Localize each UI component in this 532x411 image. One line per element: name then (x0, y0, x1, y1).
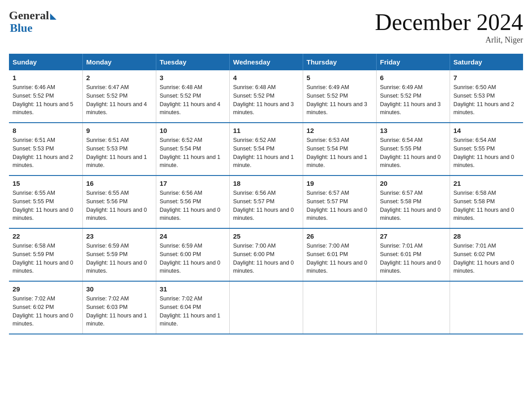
day-number: 31 (160, 285, 226, 293)
page-subtitle: Arlit, Niger (375, 35, 523, 45)
calendar-week-row: 1Sunrise: 6:46 AMSunset: 5:52 PMDaylight… (9, 70, 523, 123)
calendar-cell: 27Sunrise: 7:01 AMSunset: 6:01 PMDayligh… (376, 228, 450, 281)
calendar-cell: 23Sunrise: 6:59 AMSunset: 5:59 PMDayligh… (82, 228, 156, 281)
day-number: 8 (13, 127, 79, 134)
calendar-week-row: 22Sunrise: 6:58 AMSunset: 5:59 PMDayligh… (9, 228, 523, 281)
logo-arrow-icon (50, 13, 56, 20)
calendar-cell: 15Sunrise: 6:55 AMSunset: 5:55 PMDayligh… (9, 176, 82, 228)
day-info: Sunrise: 7:02 AMSunset: 6:04 PMDaylight:… (160, 295, 226, 328)
day-number: 22 (13, 232, 79, 240)
day-info: Sunrise: 6:58 AMSunset: 5:58 PMDaylight:… (454, 189, 520, 223)
day-info: Sunrise: 7:02 AMSunset: 6:03 PMDaylight:… (86, 295, 152, 328)
day-info: Sunrise: 6:46 AMSunset: 5:52 PMDaylight:… (13, 83, 79, 117)
col-tuesday: Tuesday (156, 54, 229, 70)
page-title: December 2024 (375, 9, 523, 35)
day-number: 28 (454, 232, 520, 240)
calendar-cell: 4Sunrise: 6:48 AMSunset: 5:52 PMDaylight… (229, 70, 303, 123)
day-info: Sunrise: 6:47 AMSunset: 5:52 PMDaylight:… (86, 83, 152, 117)
day-info: Sunrise: 6:48 AMSunset: 5:52 PMDaylight:… (160, 83, 226, 117)
calendar-cell: 3Sunrise: 6:48 AMSunset: 5:52 PMDaylight… (156, 70, 229, 123)
day-info: Sunrise: 7:02 AMSunset: 6:02 PMDaylight:… (13, 295, 79, 328)
title-block: December 2024 Arlit, Niger (375, 9, 523, 45)
day-info: Sunrise: 6:51 AMSunset: 5:53 PMDaylight:… (86, 136, 152, 170)
calendar-cell: 17Sunrise: 6:56 AMSunset: 5:56 PMDayligh… (156, 176, 229, 228)
calendar-cell: 19Sunrise: 6:57 AMSunset: 5:57 PMDayligh… (303, 176, 376, 228)
col-thursday: Thursday (303, 54, 376, 70)
calendar-cell: 2Sunrise: 6:47 AMSunset: 5:52 PMDaylight… (82, 70, 156, 123)
day-info: Sunrise: 6:58 AMSunset: 5:59 PMDaylight:… (13, 242, 79, 275)
calendar-cell: 10Sunrise: 6:52 AMSunset: 5:54 PMDayligh… (156, 123, 229, 176)
day-info: Sunrise: 6:52 AMSunset: 5:54 PMDaylight:… (160, 136, 226, 170)
logo-general-text: General (9, 9, 49, 22)
day-number: 10 (160, 127, 226, 134)
col-saturday: Saturday (450, 54, 523, 70)
day-info: Sunrise: 6:53 AMSunset: 5:54 PMDaylight:… (307, 136, 373, 170)
calendar-week-row: 29Sunrise: 7:02 AMSunset: 6:02 PMDayligh… (9, 281, 523, 334)
day-number: 15 (13, 180, 79, 187)
day-info: Sunrise: 6:57 AMSunset: 5:58 PMDaylight:… (380, 189, 446, 223)
logo: General Blue (9, 9, 56, 35)
calendar-cell: 20Sunrise: 6:57 AMSunset: 5:58 PMDayligh… (376, 176, 450, 228)
calendar-cell: 5Sunrise: 6:49 AMSunset: 5:52 PMDaylight… (303, 70, 376, 123)
day-number: 2 (86, 74, 152, 81)
calendar-cell: 24Sunrise: 6:59 AMSunset: 6:00 PMDayligh… (156, 228, 229, 281)
day-number: 5 (307, 74, 373, 81)
day-number: 23 (86, 232, 152, 240)
calendar-cell: 18Sunrise: 6:56 AMSunset: 5:57 PMDayligh… (229, 176, 303, 228)
calendar-week-row: 8Sunrise: 6:51 AMSunset: 5:53 PMDaylight… (9, 123, 523, 176)
calendar-cell: 25Sunrise: 7:00 AMSunset: 6:00 PMDayligh… (229, 228, 303, 281)
day-number: 17 (160, 180, 226, 187)
calendar-cell: 13Sunrise: 6:54 AMSunset: 5:55 PMDayligh… (376, 123, 450, 176)
day-info: Sunrise: 6:59 AMSunset: 6:00 PMDaylight:… (160, 242, 226, 275)
day-number: 13 (380, 127, 446, 134)
day-info: Sunrise: 6:50 AMSunset: 5:53 PMDaylight:… (454, 83, 520, 117)
day-info: Sunrise: 7:00 AMSunset: 6:00 PMDaylight:… (233, 242, 299, 275)
day-info: Sunrise: 7:01 AMSunset: 6:02 PMDaylight:… (454, 242, 520, 275)
calendar-cell: 7Sunrise: 6:50 AMSunset: 5:53 PMDaylight… (450, 70, 523, 123)
col-friday: Friday (376, 54, 450, 70)
day-info: Sunrise: 6:59 AMSunset: 5:59 PMDaylight:… (86, 242, 152, 275)
day-info: Sunrise: 6:49 AMSunset: 5:52 PMDaylight:… (307, 83, 373, 117)
calendar-cell: 30Sunrise: 7:02 AMSunset: 6:03 PMDayligh… (82, 281, 156, 334)
day-number: 3 (160, 74, 226, 81)
day-number: 25 (233, 232, 299, 240)
col-wednesday: Wednesday (229, 54, 303, 70)
day-info: Sunrise: 6:56 AMSunset: 5:57 PMDaylight:… (233, 189, 299, 223)
day-number: 7 (454, 74, 520, 81)
calendar-cell: 28Sunrise: 7:01 AMSunset: 6:02 PMDayligh… (450, 228, 523, 281)
calendar-cell: 11Sunrise: 6:52 AMSunset: 5:54 PMDayligh… (229, 123, 303, 176)
day-number: 20 (380, 180, 446, 187)
day-info: Sunrise: 7:00 AMSunset: 6:01 PMDaylight:… (307, 242, 373, 275)
day-info: Sunrise: 6:55 AMSunset: 5:56 PMDaylight:… (86, 189, 152, 223)
day-number: 21 (454, 180, 520, 187)
calendar-cell (376, 281, 450, 334)
calendar-table: Sunday Monday Tuesday Wednesday Thursday… (9, 54, 523, 334)
day-info: Sunrise: 6:51 AMSunset: 5:53 PMDaylight:… (13, 136, 79, 170)
day-number: 26 (307, 232, 373, 240)
calendar-cell: 22Sunrise: 6:58 AMSunset: 5:59 PMDayligh… (9, 228, 82, 281)
calendar-cell: 14Sunrise: 6:54 AMSunset: 5:55 PMDayligh… (450, 123, 523, 176)
col-sunday: Sunday (9, 54, 82, 70)
day-number: 14 (454, 127, 520, 134)
header-row: Sunday Monday Tuesday Wednesday Thursday… (9, 54, 523, 70)
day-info: Sunrise: 6:52 AMSunset: 5:54 PMDaylight:… (233, 136, 299, 170)
day-info: Sunrise: 7:01 AMSunset: 6:01 PMDaylight:… (380, 242, 446, 275)
calendar-cell (450, 281, 523, 334)
calendar-body: 1Sunrise: 6:46 AMSunset: 5:52 PMDaylight… (9, 70, 523, 334)
day-info: Sunrise: 6:48 AMSunset: 5:52 PMDaylight:… (233, 83, 299, 117)
day-number: 30 (86, 285, 152, 293)
day-number: 4 (233, 74, 299, 81)
logo-blue-text: Blue (10, 21, 33, 35)
calendar-cell: 21Sunrise: 6:58 AMSunset: 5:58 PMDayligh… (450, 176, 523, 228)
calendar-cell: 8Sunrise: 6:51 AMSunset: 5:53 PMDaylight… (9, 123, 82, 176)
day-info: Sunrise: 6:54 AMSunset: 5:55 PMDaylight:… (454, 136, 520, 170)
calendar-cell (229, 281, 303, 334)
calendar-cell: 16Sunrise: 6:55 AMSunset: 5:56 PMDayligh… (82, 176, 156, 228)
calendar-cell: 12Sunrise: 6:53 AMSunset: 5:54 PMDayligh… (303, 123, 376, 176)
day-number: 6 (380, 74, 446, 81)
day-number: 11 (233, 127, 299, 134)
calendar-cell: 6Sunrise: 6:49 AMSunset: 5:52 PMDaylight… (376, 70, 450, 123)
calendar-cell: 31Sunrise: 7:02 AMSunset: 6:04 PMDayligh… (156, 281, 229, 334)
day-info: Sunrise: 6:54 AMSunset: 5:55 PMDaylight:… (380, 136, 446, 170)
day-number: 1 (13, 74, 79, 81)
